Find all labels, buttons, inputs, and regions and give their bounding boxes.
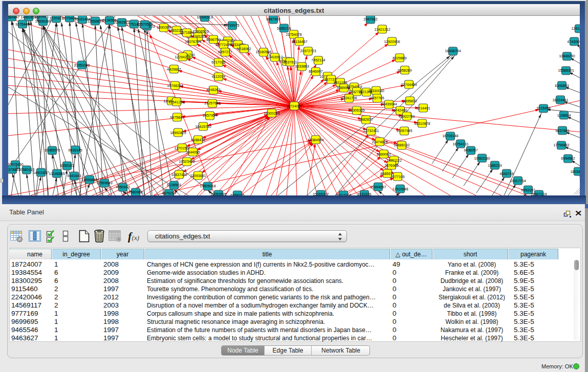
svg-text:18096865: 18096865 — [81, 178, 97, 182]
svg-text:8396759: 8396759 — [206, 38, 220, 41]
svg-text:9958289: 9958289 — [398, 69, 411, 72]
svg-text:16224441: 16224441 — [552, 98, 568, 102]
svg-text:20053346: 20053346 — [74, 63, 90, 67]
svg-text:4112034: 4112034 — [212, 75, 226, 78]
svg-text:19563180: 19563180 — [474, 157, 490, 160]
svg-text:4050413: 4050413 — [116, 185, 129, 189]
svg-text:16510878: 16510878 — [414, 122, 430, 125]
svg-text:22474828: 22474828 — [372, 140, 387, 144]
svg-text:1218062: 1218062 — [237, 47, 251, 51]
svg-text:18754131: 18754131 — [452, 142, 468, 146]
svg-text:6994562: 6994562 — [561, 157, 575, 160]
svg-text:18724007: 18724007 — [286, 104, 302, 108]
svg-text:19085076: 19085076 — [44, 148, 60, 152]
svg-text:5793975: 5793975 — [225, 24, 239, 27]
svg-text:19523409: 19523409 — [179, 160, 194, 163]
svg-text:12416912: 12416912 — [267, 55, 282, 59]
svg-text:6457765: 6457765 — [370, 96, 384, 100]
svg-text:19836388: 19836388 — [35, 19, 51, 23]
svg-text:9875847: 9875847 — [170, 116, 184, 119]
svg-text:16705148: 16705148 — [442, 134, 458, 138]
svg-text:9275445: 9275445 — [15, 23, 29, 26]
svg-text:19017734: 19017734 — [510, 179, 526, 183]
svg-text:15076749: 15076749 — [185, 40, 201, 43]
svg-text:1108894: 1108894 — [557, 114, 571, 117]
svg-text:18922760: 18922760 — [399, 115, 415, 118]
svg-text:7452134: 7452134 — [311, 58, 325, 62]
svg-text:22093651: 22093651 — [190, 174, 206, 178]
svg-text:2987682: 2987682 — [363, 17, 377, 21]
svg-text:8646997: 8646997 — [309, 70, 322, 73]
svg-text:13805018: 13805018 — [200, 184, 215, 188]
svg-text:3333883: 3333883 — [295, 64, 309, 68]
svg-text:10057945: 10057945 — [396, 129, 412, 133]
svg-text:20580115: 20580115 — [19, 168, 35, 171]
svg-text:16648784: 16648784 — [445, 49, 461, 53]
svg-text:11558837: 11558837 — [88, 19, 103, 23]
svg-text:16396513: 16396513 — [197, 16, 212, 19]
svg-text:3644095: 3644095 — [186, 150, 200, 154]
svg-text:10848230: 10848230 — [559, 54, 575, 58]
svg-text:21754078: 21754078 — [286, 33, 301, 36]
svg-text:12541238: 12541238 — [168, 100, 184, 104]
svg-text:5641643: 5641643 — [67, 174, 81, 178]
svg-text:8029889: 8029889 — [393, 56, 406, 60]
svg-text:3220921: 3220921 — [49, 16, 63, 20]
svg-text:6742460: 6742460 — [393, 108, 407, 112]
svg-text:9214491: 9214491 — [416, 106, 430, 110]
svg-text:13241736: 13241736 — [341, 96, 357, 100]
svg-text:13134457: 13134457 — [291, 40, 307, 43]
svg-text:2537611: 2537611 — [284, 60, 297, 64]
svg-text:9816145: 9816145 — [68, 148, 82, 152]
svg-text:3215958: 3215958 — [536, 106, 550, 110]
svg-text:13748244: 13748244 — [167, 84, 183, 87]
svg-text:20772475: 20772475 — [215, 43, 231, 47]
svg-text:8359183: 8359183 — [60, 164, 74, 167]
svg-text:16415740: 16415740 — [195, 125, 211, 128]
svg-text:21439044: 21439044 — [381, 102, 397, 106]
svg-text:6357277: 6357277 — [218, 50, 232, 54]
svg-text:1385239: 1385239 — [488, 164, 502, 167]
svg-text:10837430: 10837430 — [171, 173, 187, 177]
svg-text:5188470: 5188470 — [191, 138, 205, 142]
svg-text:6217026: 6217026 — [211, 60, 225, 64]
svg-text:20372723: 20372723 — [300, 49, 316, 53]
svg-text:22306335: 22306335 — [349, 108, 364, 112]
svg-text:3395870: 3395870 — [403, 99, 417, 103]
svg-text:17796882: 17796882 — [553, 143, 569, 147]
svg-text:4429607: 4429607 — [167, 68, 181, 71]
svg-text:13701506: 13701506 — [174, 146, 190, 150]
svg-text:14401657: 14401657 — [33, 171, 49, 174]
svg-text:13732411: 13732411 — [363, 129, 379, 133]
svg-text:19688132: 19688132 — [394, 143, 409, 147]
svg-text:4843718: 4843718 — [499, 172, 513, 176]
svg-text:12294238: 12294238 — [175, 55, 190, 59]
svg-text:7671884: 7671884 — [180, 31, 193, 34]
svg-text:22744459: 22744459 — [401, 83, 417, 86]
svg-text:12414394: 12414394 — [571, 27, 580, 30]
svg-text:2876966: 2876966 — [384, 164, 398, 167]
svg-text:9953167: 9953167 — [521, 188, 535, 192]
svg-text:5685216: 5685216 — [277, 27, 291, 30]
svg-text:6306893: 6306893 — [555, 84, 569, 87]
svg-text:22330030: 22330030 — [368, 89, 384, 93]
svg-text:19384554: 19384554 — [308, 138, 323, 142]
svg-text:4245263: 4245263 — [206, 88, 220, 92]
svg-text:8369062: 8369062 — [377, 152, 390, 156]
svg-text:9837869: 9837869 — [555, 129, 569, 133]
svg-text:21257684: 21257684 — [204, 101, 220, 105]
svg-text:9887903: 9887903 — [266, 17, 280, 21]
svg-text:22570529: 22570529 — [137, 23, 153, 26]
svg-text:20994697: 20994697 — [370, 185, 386, 189]
svg-text:18300293: 18300293 — [264, 112, 279, 115]
svg-text:9436057: 9436057 — [464, 148, 477, 152]
svg-text:18992829: 18992829 — [170, 131, 186, 135]
svg-text:2457954: 2457954 — [203, 114, 216, 117]
svg-text:4679214: 4679214 — [162, 191, 176, 195]
svg-text:17559643: 17559643 — [96, 181, 112, 185]
svg-text:18034970: 18034970 — [570, 170, 580, 173]
svg-text:2077105: 2077105 — [390, 175, 404, 179]
svg-text:13910648: 13910648 — [392, 187, 408, 191]
svg-text:4743069: 4743069 — [567, 40, 580, 43]
svg-text:6482877: 6482877 — [359, 118, 373, 121]
